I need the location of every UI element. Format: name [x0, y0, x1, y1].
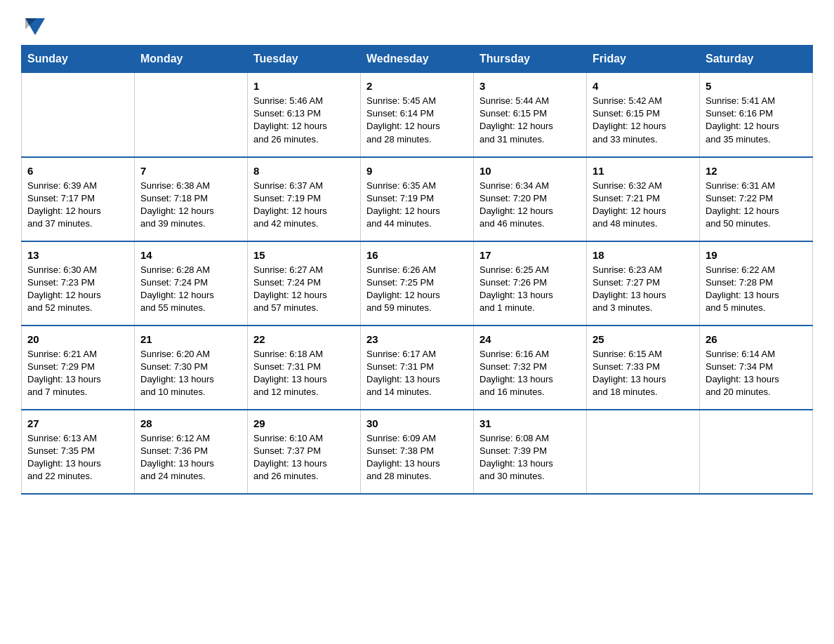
day-info: Sunrise: 6:34 AMSunset: 7:20 PMDaylight:…	[479, 180, 581, 231]
calendar-cell	[22, 73, 135, 157]
day-number: 25	[593, 332, 694, 347]
day-info: Sunrise: 6:13 AMSunset: 7:35 PMDaylight:…	[27, 432, 128, 483]
header-wednesday: Wednesday	[361, 46, 474, 73]
day-number: 26	[706, 332, 807, 347]
day-info: Sunrise: 6:10 AMSunset: 7:37 PMDaylight:…	[253, 432, 355, 483]
day-number: 1	[253, 79, 355, 93]
week-row-4: 20Sunrise: 6:21 AMSunset: 7:29 PMDayligh…	[22, 326, 813, 410]
week-row-3: 13Sunrise: 6:30 AMSunset: 7:23 PMDayligh…	[22, 241, 813, 326]
day-info: Sunrise: 6:30 AMSunset: 7:23 PMDaylight:…	[27, 264, 128, 315]
calendar-cell	[700, 410, 813, 494]
calendar-cell: 23Sunrise: 6:17 AMSunset: 7:31 PMDayligh…	[361, 326, 474, 410]
calendar-cell: 1Sunrise: 5:46 AMSunset: 6:13 PMDaylight…	[248, 73, 361, 157]
day-number: 7	[140, 163, 241, 178]
calendar-cell: 27Sunrise: 6:13 AMSunset: 7:35 PMDayligh…	[22, 410, 135, 494]
day-number: 22	[253, 332, 355, 347]
day-info: Sunrise: 6:16 AMSunset: 7:32 PMDaylight:…	[479, 348, 581, 399]
calendar-cell: 14Sunrise: 6:28 AMSunset: 7:24 PMDayligh…	[135, 241, 248, 326]
day-number: 24	[479, 332, 581, 347]
logo	[21, 14, 48, 38]
day-info: Sunrise: 6:31 AMSunset: 7:22 PMDaylight:…	[706, 180, 807, 231]
day-info: Sunrise: 6:37 AMSunset: 7:19 PMDaylight:…	[253, 180, 355, 231]
day-number: 21	[140, 332, 241, 347]
calendar-cell: 21Sunrise: 6:20 AMSunset: 7:30 PMDayligh…	[135, 326, 248, 410]
day-number: 29	[253, 416, 355, 431]
day-number: 11	[593, 163, 694, 178]
day-number: 5	[706, 79, 807, 93]
day-number: 20	[27, 332, 128, 347]
calendar-cell: 17Sunrise: 6:25 AMSunset: 7:26 PMDayligh…	[474, 241, 587, 326]
calendar-cell: 31Sunrise: 6:08 AMSunset: 7:39 PMDayligh…	[474, 410, 587, 494]
day-number: 9	[366, 163, 468, 178]
day-info: Sunrise: 5:46 AMSunset: 6:13 PMDaylight:…	[253, 95, 355, 146]
day-info: Sunrise: 6:25 AMSunset: 7:26 PMDaylight:…	[479, 264, 581, 315]
day-number: 19	[706, 248, 807, 262]
calendar-cell: 26Sunrise: 6:14 AMSunset: 7:34 PMDayligh…	[700, 326, 813, 410]
day-number: 18	[593, 248, 694, 262]
calendar-table: SundayMondayTuesdayWednesdayThursdayFrid…	[21, 45, 813, 495]
calendar-cell: 15Sunrise: 6:27 AMSunset: 7:24 PMDayligh…	[248, 241, 361, 326]
day-info: Sunrise: 6:23 AMSunset: 7:27 PMDaylight:…	[593, 264, 694, 315]
day-info: Sunrise: 6:09 AMSunset: 7:38 PMDaylight:…	[366, 432, 468, 483]
day-number: 8	[253, 163, 355, 178]
day-info: Sunrise: 6:14 AMSunset: 7:34 PMDaylight:…	[706, 348, 807, 399]
calendar-cell: 25Sunrise: 6:15 AMSunset: 7:33 PMDayligh…	[587, 326, 700, 410]
calendar-cell: 10Sunrise: 6:34 AMSunset: 7:20 PMDayligh…	[474, 157, 587, 241]
day-number: 28	[140, 416, 241, 431]
header-monday: Monday	[135, 46, 248, 73]
day-info: Sunrise: 5:41 AMSunset: 6:16 PMDaylight:…	[706, 95, 807, 146]
header-saturday: Saturday	[700, 46, 813, 73]
day-number: 17	[479, 248, 581, 262]
day-info: Sunrise: 6:35 AMSunset: 7:19 PMDaylight:…	[366, 180, 468, 231]
calendar-cell: 4Sunrise: 5:42 AMSunset: 6:15 PMDaylight…	[587, 73, 700, 157]
logo-icon	[22, 15, 48, 38]
header-friday: Friday	[587, 46, 700, 73]
week-row-2: 6Sunrise: 6:39 AMSunset: 7:17 PMDaylight…	[22, 157, 813, 241]
calendar-header-row: SundayMondayTuesdayWednesdayThursdayFrid…	[22, 46, 813, 73]
day-number: 6	[27, 163, 128, 178]
day-info: Sunrise: 6:15 AMSunset: 7:33 PMDaylight:…	[593, 348, 694, 399]
day-info: Sunrise: 6:28 AMSunset: 7:24 PMDaylight:…	[140, 264, 241, 315]
calendar-cell: 30Sunrise: 6:09 AMSunset: 7:38 PMDayligh…	[361, 410, 474, 494]
day-number: 31	[479, 416, 581, 431]
header-tuesday: Tuesday	[248, 46, 361, 73]
day-info: Sunrise: 6:21 AMSunset: 7:29 PMDaylight:…	[27, 348, 128, 399]
page-header	[21, 14, 813, 38]
calendar-cell: 20Sunrise: 6:21 AMSunset: 7:29 PMDayligh…	[22, 326, 135, 410]
day-info: Sunrise: 6:22 AMSunset: 7:28 PMDaylight:…	[706, 264, 807, 315]
day-info: Sunrise: 6:20 AMSunset: 7:30 PMDaylight:…	[140, 348, 241, 399]
week-row-5: 27Sunrise: 6:13 AMSunset: 7:35 PMDayligh…	[22, 410, 813, 494]
day-info: Sunrise: 5:45 AMSunset: 6:14 PMDaylight:…	[366, 95, 468, 146]
header-sunday: Sunday	[22, 46, 135, 73]
day-number: 12	[706, 163, 807, 178]
calendar-cell: 7Sunrise: 6:38 AMSunset: 7:18 PMDaylight…	[135, 157, 248, 241]
calendar-cell: 3Sunrise: 5:44 AMSunset: 6:15 PMDaylight…	[474, 73, 587, 157]
day-info: Sunrise: 6:12 AMSunset: 7:36 PMDaylight:…	[140, 432, 241, 483]
calendar-cell: 9Sunrise: 6:35 AMSunset: 7:19 PMDaylight…	[361, 157, 474, 241]
day-number: 27	[27, 416, 128, 431]
calendar-cell: 24Sunrise: 6:16 AMSunset: 7:32 PMDayligh…	[474, 326, 587, 410]
day-number: 30	[366, 416, 468, 431]
calendar-cell: 22Sunrise: 6:18 AMSunset: 7:31 PMDayligh…	[248, 326, 361, 410]
calendar-cell: 28Sunrise: 6:12 AMSunset: 7:36 PMDayligh…	[135, 410, 248, 494]
calendar-cell: 13Sunrise: 6:30 AMSunset: 7:23 PMDayligh…	[22, 241, 135, 326]
header-thursday: Thursday	[474, 46, 587, 73]
day-number: 4	[593, 79, 694, 93]
calendar-cell	[135, 73, 248, 157]
day-info: Sunrise: 5:42 AMSunset: 6:15 PMDaylight:…	[593, 95, 694, 146]
calendar-cell: 2Sunrise: 5:45 AMSunset: 6:14 PMDaylight…	[361, 73, 474, 157]
day-number: 15	[253, 248, 355, 262]
day-info: Sunrise: 6:39 AMSunset: 7:17 PMDaylight:…	[27, 180, 128, 231]
calendar-cell: 12Sunrise: 6:31 AMSunset: 7:22 PMDayligh…	[700, 157, 813, 241]
calendar-cell: 16Sunrise: 6:26 AMSunset: 7:25 PMDayligh…	[361, 241, 474, 326]
day-info: Sunrise: 6:17 AMSunset: 7:31 PMDaylight:…	[366, 348, 468, 399]
calendar-cell: 5Sunrise: 5:41 AMSunset: 6:16 PMDaylight…	[700, 73, 813, 157]
day-info: Sunrise: 6:08 AMSunset: 7:39 PMDaylight:…	[479, 432, 581, 483]
day-number: 16	[366, 248, 468, 262]
day-info: Sunrise: 6:27 AMSunset: 7:24 PMDaylight:…	[253, 264, 355, 315]
calendar-cell: 11Sunrise: 6:32 AMSunset: 7:21 PMDayligh…	[587, 157, 700, 241]
day-info: Sunrise: 6:38 AMSunset: 7:18 PMDaylight:…	[140, 180, 241, 231]
week-row-1: 1Sunrise: 5:46 AMSunset: 6:13 PMDaylight…	[22, 73, 813, 157]
day-number: 3	[479, 79, 581, 93]
calendar-cell: 19Sunrise: 6:22 AMSunset: 7:28 PMDayligh…	[700, 241, 813, 326]
